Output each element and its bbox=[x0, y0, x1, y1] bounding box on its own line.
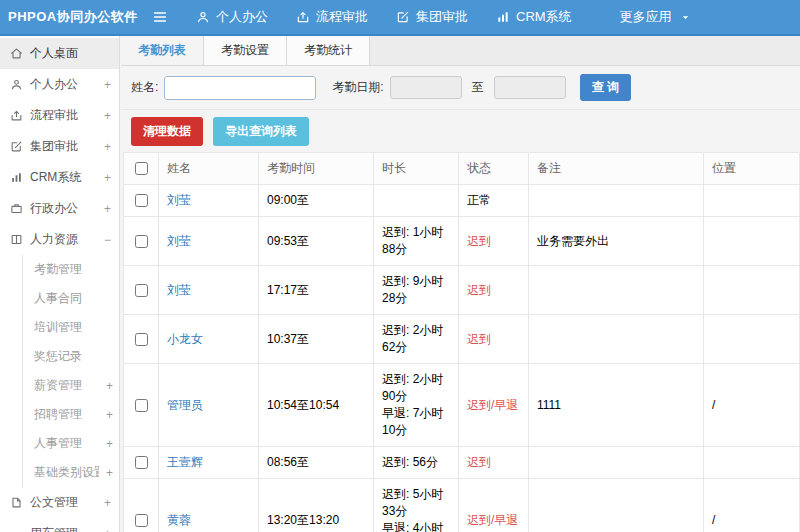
row-checkbox[interactable] bbox=[135, 194, 148, 207]
sidebar-item[interactable]: 薪资管理 + bbox=[22, 371, 119, 400]
expand-toggle-icon[interactable]: + bbox=[104, 202, 111, 216]
employee-name-link[interactable]: 管理员 bbox=[167, 398, 203, 412]
query-button[interactable]: 查 询 bbox=[580, 74, 631, 101]
select-all-checkbox[interactable] bbox=[135, 162, 148, 175]
sidebar-item[interactable]: 基础类别设置 + bbox=[22, 458, 119, 487]
row-checkbox[interactable] bbox=[135, 399, 148, 412]
expand-toggle-icon[interactable]: + bbox=[104, 527, 111, 532]
sidebar-item-label: 薪资管理 bbox=[34, 377, 99, 394]
expand-toggle-icon[interactable]: + bbox=[106, 437, 113, 451]
top-nav-label: 个人办公 bbox=[216, 8, 268, 26]
expand-toggle-icon[interactable]: + bbox=[104, 496, 111, 510]
sidebar-item-label: 人力资源 bbox=[30, 231, 97, 248]
select-all-cell bbox=[124, 153, 159, 185]
employee-name-link[interactable]: 黄蓉 bbox=[167, 513, 191, 527]
expand-toggle-icon[interactable]: + bbox=[104, 78, 111, 92]
attendance-time-cell: 09:53至 bbox=[259, 217, 374, 266]
flow-icon bbox=[296, 10, 310, 24]
note-cell bbox=[529, 185, 704, 217]
main-content: 考勤列表 考勤设置 考勤统计 姓名: 考勤日期: 至 查 询 清理数据 导出查询… bbox=[121, 36, 800, 532]
attendance-time-cell: 10:37至 bbox=[259, 315, 374, 364]
date-from-input[interactable] bbox=[390, 76, 462, 99]
sidebar-item[interactable]: 行政办公 + bbox=[0, 193, 119, 224]
sidebar-toggle-button[interactable] bbox=[152, 9, 168, 25]
sidebar-item[interactable]: 人力资源 − bbox=[0, 224, 119, 255]
top-nav-item[interactable]: 个人办公 bbox=[196, 8, 268, 26]
expand-toggle-icon[interactable]: + bbox=[104, 171, 111, 185]
sidebar-item-label: 用车管理 bbox=[30, 525, 97, 532]
sidebar-item[interactable]: CRM系统 + bbox=[0, 162, 119, 193]
column-header: 状态 bbox=[459, 153, 529, 185]
attendance-table: 姓名考勤时间时长状态备注位置 刘莹 09:00至 正常 bbox=[123, 152, 800, 532]
sidebar-item-label: 人事合同 bbox=[34, 290, 106, 307]
menu-icon bbox=[152, 9, 168, 25]
search-form: 姓名: 考勤日期: 至 查 询 bbox=[121, 66, 800, 110]
row-checkbox[interactable] bbox=[135, 333, 148, 346]
tab[interactable]: 考勤统计 bbox=[287, 36, 370, 65]
expand-toggle-icon[interactable]: + bbox=[106, 466, 113, 480]
sidebar-item[interactable]: 个人桌面 bbox=[0, 38, 119, 69]
row-checkbox[interactable] bbox=[135, 235, 148, 248]
edit-icon bbox=[10, 140, 23, 153]
sidebar-item[interactable]: 招聘管理 + bbox=[22, 400, 119, 429]
duration-early: 早退: 7小时10分 bbox=[382, 405, 450, 439]
column-header: 位置 bbox=[704, 153, 800, 185]
employee-name-link[interactable]: 王壹辉 bbox=[167, 455, 203, 469]
top-nav-item[interactable]: 集团审批 bbox=[396, 8, 468, 26]
tab[interactable]: 考勤设置 bbox=[204, 36, 287, 65]
name-label: 姓名: bbox=[131, 79, 158, 96]
employee-name-link[interactable]: 小龙女 bbox=[167, 332, 203, 346]
table-row: 小龙女 10:37至 迟到: 2小时62分 迟到 bbox=[124, 315, 800, 364]
employee-name-link[interactable]: 刘莹 bbox=[167, 234, 191, 248]
sidebar-item[interactable]: 公文管理 + bbox=[0, 487, 119, 518]
sidebar-item-label: 行政办公 bbox=[30, 200, 97, 217]
table-row: 黄蓉 13:20至13:20 迟到: 5小时33分 早退: 4小时67分 迟到/… bbox=[124, 479, 800, 532]
status-cell: 迟到 bbox=[459, 447, 529, 479]
sidebar-item[interactable]: 考勤管理 bbox=[22, 255, 119, 284]
expand-toggle-icon[interactable]: + bbox=[106, 408, 113, 422]
row-checkbox[interactable] bbox=[135, 456, 148, 469]
row-checkbox[interactable] bbox=[135, 284, 148, 297]
sidebar-item-label: 个人桌面 bbox=[30, 45, 104, 62]
employee-name-link[interactable]: 刘莹 bbox=[167, 193, 191, 207]
sidebar-item[interactable]: 集团审批 + bbox=[0, 131, 119, 162]
row-checkbox[interactable] bbox=[135, 514, 148, 527]
attendance-time-cell: 08:56至 bbox=[259, 447, 374, 479]
tab[interactable]: 考勤列表 bbox=[121, 36, 204, 65]
note-cell bbox=[529, 479, 704, 532]
edit-icon bbox=[396, 10, 410, 24]
expand-toggle-icon[interactable]: − bbox=[104, 233, 111, 247]
sidebar-item[interactable]: 奖惩记录 bbox=[22, 342, 119, 371]
app-logo: PHPOA协同办公软件 bbox=[0, 8, 152, 26]
chart-icon bbox=[496, 10, 510, 24]
note-cell bbox=[529, 447, 704, 479]
expand-toggle-icon[interactable]: + bbox=[106, 379, 113, 393]
sidebar-item[interactable]: 培训管理 bbox=[22, 313, 119, 342]
expand-toggle-icon[interactable]: + bbox=[104, 140, 111, 154]
top-nav-label: 更多应用 bbox=[620, 8, 672, 26]
name-input[interactable] bbox=[164, 76, 316, 100]
expand-toggle-icon[interactable]: + bbox=[104, 109, 111, 123]
chart-icon bbox=[10, 171, 23, 184]
table-row: 刘莹 09:53至 迟到: 1小时88分 迟到 业务需要外出 bbox=[124, 217, 800, 266]
sidebar-item[interactable]: 个人办公 + bbox=[0, 69, 119, 100]
sidebar-item-label: CRM系统 bbox=[30, 169, 97, 186]
location-cell bbox=[704, 217, 800, 266]
sidebar-item[interactable]: 人事合同 bbox=[22, 284, 119, 313]
top-nav-item[interactable]: 更多应用 bbox=[600, 8, 691, 26]
top-nav: 个人办公 流程审批 集团审批 CRM系统 bbox=[196, 8, 719, 26]
sidebar-item[interactable]: 用车管理 + bbox=[0, 518, 119, 532]
date-to-input[interactable] bbox=[494, 76, 566, 99]
clean-data-button[interactable]: 清理数据 bbox=[131, 117, 203, 146]
status-cell: 正常 bbox=[459, 185, 529, 217]
sidebar-item[interactable]: 人事管理 + bbox=[22, 429, 119, 458]
sidebar-item[interactable]: 流程审批 + bbox=[0, 100, 119, 131]
duration-cell: 迟到: 5小时33分 早退: 4小时67分 bbox=[374, 479, 459, 532]
caret-down-icon bbox=[680, 12, 691, 23]
top-nav-item[interactable]: 流程审批 bbox=[296, 8, 368, 26]
employee-name-link[interactable]: 刘莹 bbox=[167, 283, 191, 297]
duration-early: 早退: 4小时67分 bbox=[382, 520, 450, 532]
export-list-button[interactable]: 导出查询列表 bbox=[213, 117, 309, 146]
top-nav-item[interactable]: CRM系统 bbox=[496, 8, 572, 26]
status-cell: 迟到 bbox=[459, 266, 529, 315]
